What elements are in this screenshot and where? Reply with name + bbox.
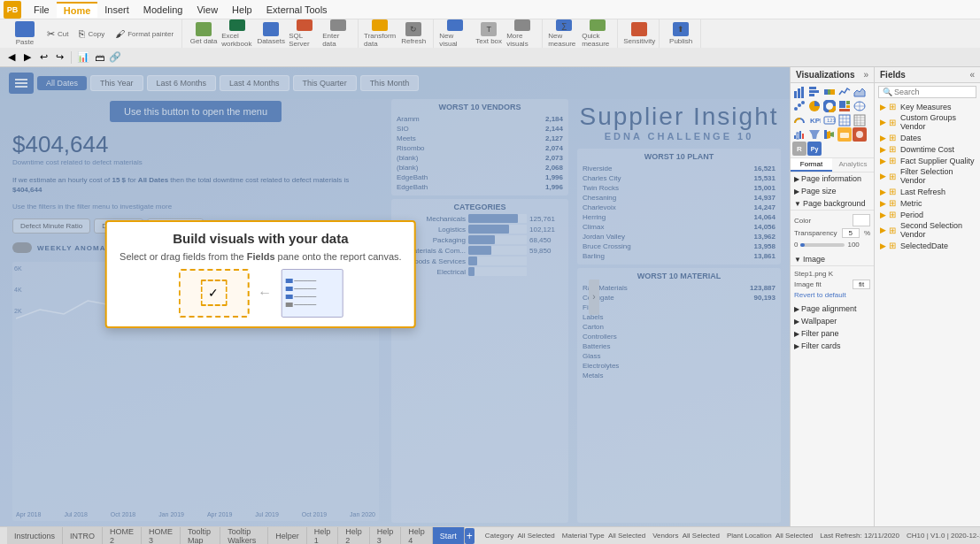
viz-gauge-icon[interactable] [792,113,806,127]
tab-help3[interactable]: Help 3 [370,527,402,545]
app-icon: PB [4,1,21,19]
viz-icons-section: KPI 123 [791,83,874,157]
toolbar-undo[interactable]: ↩ [37,51,50,64]
wallpaper-section[interactable]: ▶ Wallpaper [791,315,874,327]
sql-button[interactable]: SQL Server [289,19,320,48]
field-period[interactable]: ▶ ⊞ Period [875,209,980,220]
viz-card-icon[interactable]: 123 [822,113,837,127]
viz-treemap-icon[interactable] [837,99,852,113]
svg-rect-8 [830,89,835,95]
viz-area-chart-icon[interactable] [853,85,867,99]
field-second-selection[interactable]: ▶ ⊞ Second Selection Vendor [875,220,980,240]
tab-helper[interactable]: Helper [268,527,307,545]
ribbon-tab-external-tools[interactable]: External Tools [259,3,335,17]
revert-default-link[interactable]: Revert to default [794,291,846,299]
analytics-tab[interactable]: Analytics [832,158,874,172]
viz-waterfall-icon[interactable] [792,127,806,142]
ribbon-tab-help[interactable]: Help [225,3,259,17]
enter-data-button[interactable]: Enter data [322,19,354,48]
tab-tooltip-map[interactable]: Tooltip Map [181,527,220,545]
arrow-mock: ← [258,285,272,301]
toolbar-back[interactable]: ◀ [5,51,18,64]
tab-start[interactable]: Start [433,527,465,545]
page-background-section[interactable]: ▼ Page background [791,197,874,210]
viz-stacked-bar-icon[interactable] [822,85,837,99]
viz-matrix-icon[interactable] [853,113,867,127]
transform-data-button[interactable]: Transform data [364,19,396,48]
tab-help4[interactable]: Help 4 [401,527,433,545]
field-selected-date[interactable]: ▶ ⊞ SelectedDate [875,240,980,251]
tab-intro[interactable]: INTRO [63,527,103,545]
tab-help1[interactable]: Help 1 [307,527,339,545]
data-group: Get data Excel workbook Datasets SQL Ser… [184,19,359,48]
toolbar-redo[interactable]: ↪ [53,51,66,64]
viz-map-icon[interactable] [853,99,867,113]
ribbon-tab-modeling[interactable]: Modeling [136,3,190,17]
field-key-measures[interactable]: ▶ ⊞ Key Measures [875,101,980,112]
toolbar: ◀ ▶ ↩ ↪ 📊 🗃 🔗 [0,48,980,67]
tab-tooltip-walkers[interactable]: Tooltip Walkers [220,527,268,545]
toolbar-forward[interactable]: ▶ [21,51,34,64]
tab-home3[interactable]: HOME 3 [142,527,181,545]
format-painter-button[interactable]: 🖌Format painter [111,27,178,41]
publish-button[interactable]: ⬆ Publish [665,19,697,48]
field-filter-selection[interactable]: ▶ ⊞ Filter Selection Vendor [875,166,980,186]
toolbar-separator [71,51,72,64]
vendor-status: Vendors All Selected [652,532,720,540]
ribbon-tab-home[interactable]: Home [57,2,98,18]
cut-button[interactable]: ✂Cut [42,27,73,42]
viz-line-chart-icon[interactable] [837,85,852,99]
report-view-icon[interactable]: 📊 [77,51,89,64]
data-view-icon[interactable]: 🗃 [93,51,105,64]
viz-custom-icon-2[interactable] [853,127,867,142]
viz-scatter-icon[interactable] [792,99,806,113]
viz-expand-icon[interactable]: » [863,70,868,80]
viz-py-icon[interactable]: Py [807,142,822,156]
image-section[interactable]: ▼ Image [791,253,874,265]
more-visuals-button[interactable]: More visuals [506,19,538,48]
viz-funnel-icon[interactable] [807,127,822,142]
sensitivity-button[interactable]: Sensitivity [623,19,655,48]
field-fact-supplier[interactable]: ▶ ⊞ Fact Supplier Quality [875,155,980,166]
fields-expand-icon[interactable]: « [969,70,975,80]
tab-help2[interactable]: Help 2 [338,527,370,545]
new-visual-button[interactable]: New visual [439,19,471,48]
page-alignment-section[interactable]: ▶ Page alignment [791,303,874,315]
datasets-button[interactable]: Datasets [255,19,287,48]
ribbon-tab-insert[interactable]: Insert [97,3,136,17]
viz-custom-icon-1[interactable] [837,127,852,142]
viz-pie-icon[interactable] [807,99,822,113]
quick-measure-button[interactable]: Quick measure [582,19,613,48]
filter-cards-section[interactable]: ▶ Filter cards [791,340,874,352]
field-custom-groups[interactable]: ▶ ⊞ Custom Groups Vendor [875,112,980,132]
field-last-refresh[interactable]: ▶ ⊞ Last Refresh [875,186,980,197]
tab-add-button[interactable]: + [465,528,475,544]
fields-search-input[interactable] [894,88,972,96]
page-info-section[interactable]: ▶ Page information [791,172,874,185]
viz-kpi-icon[interactable]: KPI [807,113,822,127]
ribbon-tab-view[interactable]: View [189,3,225,17]
filter-pane-section[interactable]: ▶ Filter pane [791,327,874,340]
ribbon-tab-file[interactable]: File [27,3,57,17]
model-view-icon[interactable]: 🔗 [109,51,121,64]
copy-button[interactable]: ⎘Copy [74,27,109,41]
viz-bar-chart-icon[interactable] [792,85,806,99]
format-tab[interactable]: Format [791,158,832,172]
viz-ribbon-icon[interactable] [822,127,837,142]
field-metric[interactable]: ▶ ⊞ Metric [875,197,980,209]
viz-table-icon[interactable] [837,113,852,127]
new-measure-button[interactable]: ∑ New measure [548,19,580,48]
paste-button[interactable]: Paste [9,19,41,48]
viz-donut-icon[interactable] [822,99,837,113]
field-dates[interactable]: ▶ ⊞ Dates [875,132,980,143]
excel-button[interactable]: Excel workbook [221,19,253,48]
viz-r-icon[interactable]: R [792,142,806,156]
tab-home2[interactable]: HOME 2 [103,527,142,545]
tab-instructions[interactable]: Instructions [7,527,63,545]
field-downtime-cost[interactable]: ▶ ⊞ Downtime Cost [875,143,980,155]
text-box-button[interactable]: T Text box [473,19,505,48]
page-size-section[interactable]: ▶ Page size [791,185,874,197]
refresh-button[interactable]: ↻ Refresh [397,19,429,48]
viz-column-chart-icon[interactable] [807,85,822,99]
get-data-button[interactable]: Get data [188,19,220,48]
